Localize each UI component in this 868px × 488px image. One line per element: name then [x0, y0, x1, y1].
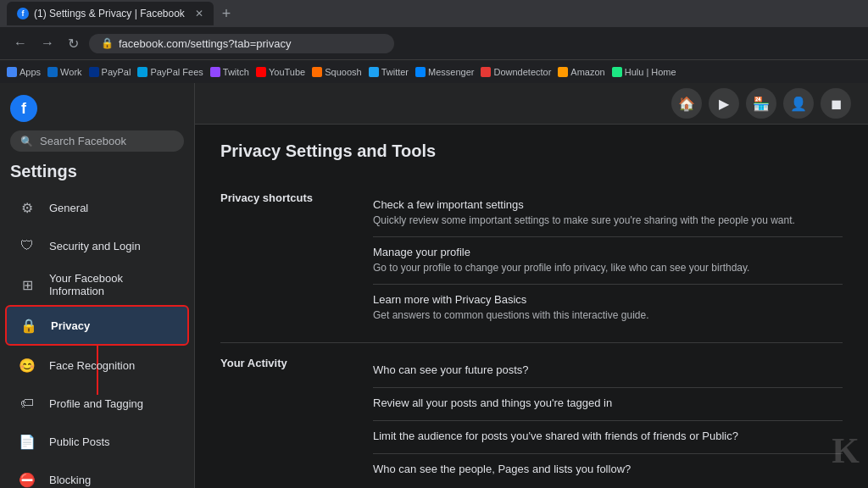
youtube-icon: [256, 67, 266, 77]
new-tab-button[interactable]: +: [217, 5, 236, 23]
sidebar-label-public-posts: Public Posts: [49, 435, 110, 448]
sidebar-item-general[interactable]: ⚙General: [5, 189, 189, 226]
bookmark-paypal-fees[interactable]: PayPal Fees: [137, 67, 203, 77]
bookmark-hulu[interactable]: Hulu | Home: [612, 67, 676, 77]
bookmark-squoosh[interactable]: Squoosh: [312, 67, 361, 77]
sidebar-label-fb-info: Your Facebook Information: [49, 272, 179, 297]
bookmark-twitter[interactable]: Twitter: [369, 67, 409, 77]
section-content-0: Check a few important settingsQuickly re…: [373, 190, 843, 330]
home-nav-icon[interactable]: 🏠: [671, 88, 702, 119]
section-item-title-0-1: Manage your profile: [373, 246, 843, 258]
bookmark-paypal[interactable]: PayPal: [89, 67, 131, 77]
downdetector-icon: [481, 67, 491, 77]
sidebar-item-security[interactable]: 🛡Security and Login: [5, 227, 189, 264]
active-tab[interactable]: f (1) Settings & Privacy | Facebook ✕: [7, 2, 214, 25]
sidebar-label-profile-tagging: Profile and Tagging: [49, 397, 143, 410]
twitter-icon: [369, 67, 379, 77]
top-nav-bar: 🏠 ▶ 🏪 👤 ◼: [195, 83, 868, 125]
reload-button[interactable]: ↻: [64, 32, 82, 55]
sidebar-items-container: ⚙General🛡Security and Login⊞Your Faceboo…: [0, 189, 194, 488]
lock-icon: 🔒: [101, 37, 114, 49]
bookmark-work[interactable]: Work: [47, 67, 81, 77]
sidebar-item-privacy[interactable]: 🔒Privacy: [5, 305, 189, 346]
app-container: f 🔍 Search Facebook Settings ⚙General🛡Se…: [0, 83, 868, 488]
watch-nav-icon[interactable]: ▶: [709, 88, 739, 119]
apps-icon: [7, 67, 17, 77]
privacy-icon: 🔒: [17, 313, 41, 337]
bookmarks-bar: Apps Work PayPal PayPal Fees Twitch YouT…: [0, 59, 868, 83]
search-icon: 🔍: [20, 136, 33, 147]
marketplace-nav-icon[interactable]: 🏪: [746, 88, 776, 119]
nav-bar: ← → ↻ 🔒 facebook.com/settings?tab=privac…: [0, 27, 868, 59]
search-bar[interactable]: 🔍 Search Facebook: [10, 130, 184, 152]
section-label-0: Privacy shortcuts: [220, 190, 356, 330]
bookmark-youtube[interactable]: YouTube: [256, 67, 305, 77]
sidebar-label-blocking: Blocking: [49, 474, 91, 486]
paypal-fees-icon: [137, 67, 147, 77]
sidebar-item-profile-tagging[interactable]: 🏷Profile and Tagging: [5, 385, 189, 422]
section-item-title-1-1: Review all your posts and things you're …: [373, 396, 843, 409]
bookmark-twitch[interactable]: Twitch: [210, 67, 249, 77]
section-item-title-1-2: Limit the audience for posts you've shar…: [373, 430, 843, 442]
section-item-title-0-0: Check a few important settings: [373, 198, 843, 211]
section-item-0-1[interactable]: Manage your profileGo to your profile to…: [373, 237, 843, 285]
main-content-area: Privacy Settings and Tools Privacy short…: [195, 125, 868, 488]
section-item-title-0-2: Learn more with Privacy Basics: [373, 293, 843, 306]
sidebar-item-blocking[interactable]: ⛔Blocking: [5, 461, 189, 488]
menu-nav-icon[interactable]: ◼: [821, 88, 851, 119]
bookmark-amazon[interactable]: Amazon: [558, 67, 604, 77]
section-item-0-2[interactable]: Learn more with Privacy BasicsGet answer…: [373, 285, 843, 331]
section-label-1: Your Activity: [220, 355, 356, 486]
sidebar-label-face-recognition: Face Recognition: [49, 359, 135, 372]
sidebar-header: f: [0, 83, 194, 127]
section-item-desc-0-0: Quickly review some important settings t…: [373, 214, 843, 228]
browser-chrome: f (1) Settings & Privacy | Facebook ✕ + …: [0, 0, 868, 83]
tab-close-button[interactable]: ✕: [195, 8, 203, 19]
tab-bar: f (1) Settings & Privacy | Facebook ✕ +: [0, 0, 868, 27]
sidebar-item-face-recognition[interactable]: 😊Face Recognition: [5, 347, 189, 384]
page-title: Privacy Settings and Tools: [220, 141, 843, 161]
search-input[interactable]: Search Facebook: [40, 135, 126, 147]
fb-info-icon: ⊞: [15, 273, 39, 297]
address-bar[interactable]: 🔒 facebook.com/settings?tab=privacy: [89, 34, 394, 53]
messenger-icon: [415, 67, 426, 77]
squoosh-icon: [312, 67, 322, 77]
public-posts-icon: 📄: [15, 430, 39, 453]
sidebar-item-public-posts[interactable]: 📄Public Posts: [5, 423, 189, 460]
forward-button[interactable]: →: [37, 32, 58, 54]
bookmark-downdetector[interactable]: Downdetector: [481, 67, 551, 77]
sidebar-item-fb-info[interactable]: ⊞Your Facebook Information: [5, 265, 189, 304]
section-content-1: Who can see your future posts?Review all…: [373, 355, 843, 486]
section-item-1-0[interactable]: Who can see your future posts?: [373, 355, 843, 388]
section-item-desc-0-1: Go to your profile to change your profil…: [373, 261, 843, 275]
bookmark-apps[interactable]: Apps: [7, 67, 41, 77]
settings-sections: Privacy shortcutsCheck a few important s…: [220, 178, 843, 488]
security-icon: 🛡: [15, 234, 39, 258]
sidebar-label-privacy: Privacy: [51, 319, 90, 332]
paypal-icon: [89, 67, 99, 77]
sidebar-label-security: Security and Login: [49, 240, 141, 252]
section-item-1-1[interactable]: Review all your posts and things you're …: [373, 388, 843, 421]
face-recognition-icon: 😊: [15, 353, 39, 377]
sidebar-label-general: General: [49, 202, 88, 214]
hulu-icon: [612, 67, 622, 77]
profile-tagging-icon: 🏷: [15, 391, 39, 415]
fb-logo: f: [10, 95, 37, 122]
section-item-1-3[interactable]: Who can see the people, Pages and lists …: [373, 454, 843, 486]
section-1: Your ActivityWho can see your future pos…: [220, 343, 843, 488]
section-item-desc-0-2: Get answers to common questions with thi…: [373, 308, 843, 323]
section-item-1-2[interactable]: Limit the audience for posts you've shar…: [373, 421, 843, 454]
url-text: facebook.com/settings?tab=privacy: [119, 37, 291, 50]
tab-title: (1) Settings & Privacy | Facebook: [34, 8, 185, 19]
settings-title: Settings: [0, 158, 194, 188]
profile-nav-icon[interactable]: 👤: [783, 88, 814, 119]
back-button[interactable]: ←: [10, 32, 31, 54]
twitch-icon: [210, 67, 220, 77]
sidebar: f 🔍 Search Facebook Settings ⚙General🛡Se…: [0, 83, 195, 488]
section-item-0-0[interactable]: Check a few important settingsQuickly re…: [373, 190, 843, 237]
section-0: Privacy shortcutsCheck a few important s…: [220, 178, 843, 343]
work-icon: [47, 67, 58, 77]
bookmark-messenger[interactable]: Messenger: [415, 67, 474, 77]
blocking-icon: ⛔: [15, 468, 39, 488]
amazon-icon: [558, 67, 568, 77]
